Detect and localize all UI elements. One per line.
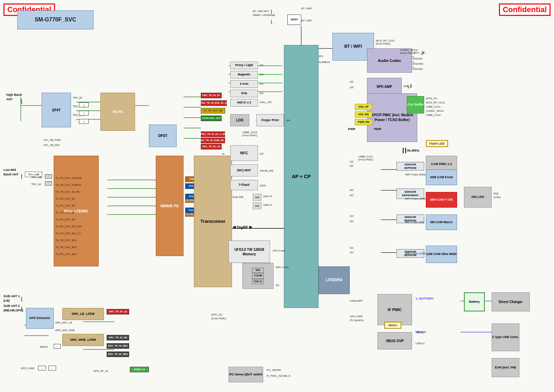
usb-uart-label: USB/UART: [350, 299, 363, 302]
sub-ant1-symbol: ⌇: [20, 296, 23, 303]
bt-wifi-top-label: BT / WiFi: [301, 7, 312, 10]
spk-icon: 📢: [407, 84, 412, 89]
pin-tx-tr-hb: TX_TR_OUT_HB: [201, 108, 225, 113]
six-axis-block: 6 Axis: [230, 80, 258, 88]
i2c-cam2b: I2C: [350, 194, 354, 197]
gps-sub2-label: GPS_SUB2: [21, 367, 35, 370]
confidential-right: Confidential: [499, 3, 551, 16]
youm-sub: YOUM: [252, 273, 264, 278]
i2c-spkamp: I2C: [350, 80, 354, 83]
cpl-hb-fwd: CPL_HB_FWD: [43, 138, 61, 142]
txpa-b4: TX_PA_OUT_B4_66: [55, 190, 79, 193]
pin-coupling: COUPLING_OUT: [201, 116, 222, 121]
mic2-dot: [411, 62, 414, 64]
hb-antenna-symbol: ⌇: [20, 98, 23, 106]
vbus-ovp-block: VBUS OVP: [377, 332, 412, 349]
i2c-cam3b: I2C: [350, 220, 354, 223]
i2c-disp: I2C: [276, 284, 280, 287]
wcn-rf-clk2-label: WCN_RF_CLK2(From PMIC): [376, 39, 395, 45]
trx-mb-label: TRX_MB: [31, 176, 42, 179]
lnbb-clk1-pmic: LNBB_CLK1(From PMIC): [358, 155, 373, 161]
i2c-2: I2C: [260, 73, 264, 76]
drx-ant-lb: DRX_ANT_LB: [55, 321, 72, 324]
filter2: ~: [79, 111, 89, 116]
txpa-b13: TX_PA_OUT_B13: [55, 246, 77, 249]
crystal-symbol: [403, 148, 406, 153]
i2s-spkamp: I2S: [350, 86, 354, 89]
filter-lb: □: [45, 181, 52, 185]
mhz-label: 38.4MHz: [407, 149, 419, 152]
ddi-sub: DDI: [252, 268, 264, 273]
drx-mhb-lfem-block: DRX_MHB_LFEM: [62, 334, 104, 346]
spi-label: SP1: [319, 55, 323, 58]
mic1-dot: [411, 56, 414, 59]
spi-fp: SPI: [286, 119, 290, 122]
txpa-gsmlb: TX_PA_OUT_GSMLB: [55, 183, 81, 186]
high-band-ant-label: High BandANT: [6, 93, 22, 101]
sub-ant2-symbol: ⌇: [20, 306, 23, 313]
bt-ant2-symbol: ⌇: [270, 19, 273, 26]
vbus-if-label: VBUS_IF: [416, 330, 426, 334]
tspic-sub: TSP IC: [252, 279, 264, 284]
trx-b7-label: TRX_B7: [73, 96, 82, 99]
sim2-card: SIM: [253, 202, 261, 209]
page: Confidential Confidential SM-G770F_SVC H…: [0, 0, 554, 392]
gps-rf-in-label: GPS_RF_IN: [93, 370, 108, 373]
i2c-cam3: I2C: [350, 215, 354, 218]
i2c-cam1b: I2C: [350, 164, 354, 167]
pin-prx-b38: PRX_TR_IN_B38_40_41: [201, 100, 227, 106]
filter-mb: □: [45, 174, 52, 179]
ear-fm-block: EAR (Incl. FM): [492, 358, 519, 377]
trx-lb-label: TRX_LB: [31, 183, 41, 186]
lnbb-clk1-label: LNBB_CLK1: [426, 105, 441, 108]
vol-up-btn: VOL UP: [355, 104, 372, 110]
display-pmic-inner: DDI YOUM TSP IC: [252, 268, 264, 284]
filter-b39: ~: [54, 344, 61, 349]
low-mid-band-ant-label: Low MidBand ANT: [3, 168, 18, 176]
lnbb-clk3-label: LNBB_CLK3: [426, 113, 441, 117]
hall-int-label: HALL_INT: [260, 101, 272, 104]
nc-mst-block: (NC) MST: [230, 164, 258, 176]
mic3-label: 3rd MIC: [414, 67, 423, 71]
direct-charger-block: Direct Charger: [492, 292, 530, 311]
display-pmic-block: DDI YOUM TSP IC: [242, 263, 274, 289]
irq-cpen-label: IRQ/CPEN: [493, 192, 501, 199]
mic1-label: 1st MIC: [414, 57, 423, 60]
drx-lb-lfem-block: DRX_LB_LFEM: [62, 308, 104, 320]
hb-pa-block: HB PA: [100, 93, 135, 131]
spdt-box: SPDT: [287, 15, 301, 25]
mic3-dot: [411, 67, 414, 70]
dpdt-block: DPDT: [149, 125, 177, 147]
slimbus-label: SLIMBUS: [319, 61, 330, 64]
ifc-sense-block: IFC Sense QBAT switch: [229, 367, 263, 382]
filter1: ~: [79, 102, 89, 107]
txpa-b1: TX_PA_OUT_B1: [55, 211, 75, 214]
digrf-label: ◀ DigRF ▶: [233, 225, 252, 229]
grip-block: Grip: [230, 90, 258, 97]
transceiver-block: Transceiver: [194, 156, 232, 287]
cam-5m-block: 5M CAM Macro: [426, 215, 457, 230]
t-flash-block: T-Flash: [230, 180, 258, 190]
txpa-b20: TX_PA_OUT_B20: [55, 239, 77, 242]
v-battery-label: V_BATTERY: [416, 297, 434, 300]
wtr-xo-label: WTR_XO: [426, 97, 437, 100]
i2c-4: I2C: [260, 92, 264, 95]
cam-48m-block: 48M CAM T-OIS: [426, 192, 457, 208]
dual-sim-label: Dual SIM: [233, 195, 243, 199]
sensor-eeprom-1: SENSOREEPROM: [396, 162, 424, 171]
txpa-bc0: TX_PA_OUT_BC0_B5: [55, 225, 81, 228]
clk-buffer-block: CLK Buffer: [407, 96, 424, 113]
wtr-xo-from-pmic: WTR_XO(From PMIC): [211, 313, 226, 320]
lmb-antenna-symbol: ⌇: [20, 173, 23, 181]
title-box: SM-G770F_SVC: [17, 10, 93, 29]
pin-drx-mb1: DRX_TR_IN_MB1: [107, 343, 129, 349]
codec-mclk-label: CODEC_MCLK: [426, 109, 444, 112]
flash-led-box: Flash LED: [426, 140, 448, 147]
mmmb-pa-block: MMMB PA: [156, 156, 184, 256]
lpddr4-block: LPDDR4: [319, 266, 350, 294]
filter-gps: □: [38, 366, 46, 371]
cpl-hb-rev: CPL_HB_REV: [43, 144, 60, 147]
drx-ant-mhb: DRX_ANT_MHB: [55, 329, 75, 332]
wcn-rf-label2: WCN_RF_CLK2: [426, 101, 445, 104]
ifc-sense-line: IFC_SENSE: [267, 368, 281, 372]
